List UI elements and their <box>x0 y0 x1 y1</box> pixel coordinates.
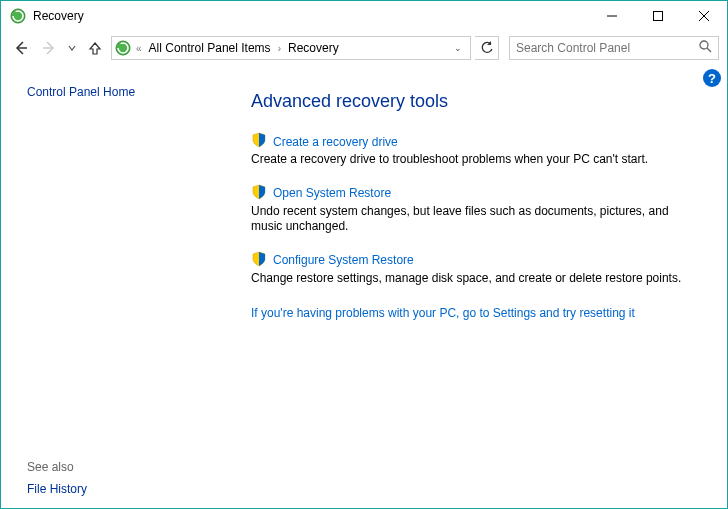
configure-system-restore-link[interactable]: Configure System Restore <box>273 253 414 267</box>
up-button[interactable] <box>83 36 107 60</box>
open-system-restore-link[interactable]: Open System Restore <box>273 186 391 200</box>
address-bar[interactable]: « All Control Panel Items › Recovery ⌄ <box>111 36 471 60</box>
svg-rect-2 <box>654 12 663 21</box>
tool-description: Undo recent system changes, but leave fi… <box>251 204 697 235</box>
file-history-link[interactable]: File History <box>27 482 203 496</box>
shield-icon <box>251 132 267 151</box>
window-controls <box>589 1 727 31</box>
nav-row: « All Control Panel Items › Recovery ⌄ <box>1 31 727 65</box>
page-heading: Advanced recovery tools <box>251 91 697 112</box>
see-also-label: See also <box>27 460 203 474</box>
help-icon[interactable]: ? <box>703 69 721 87</box>
maximize-button[interactable] <box>635 1 681 31</box>
shield-icon <box>251 251 267 270</box>
breadcrumb-overflow-icon[interactable]: « <box>134 43 144 54</box>
address-dropdown-icon[interactable]: ⌄ <box>448 43 468 53</box>
breadcrumb-item[interactable]: All Control Panel Items <box>146 41 274 55</box>
refresh-button[interactable] <box>475 36 499 60</box>
window-title: Recovery <box>33 9 84 23</box>
back-button[interactable] <box>9 36 33 60</box>
content-area: Control Panel Home See also File History… <box>1 65 727 508</box>
sidebar: Control Panel Home See also File History <box>1 65 221 508</box>
svg-point-8 <box>700 41 708 49</box>
recent-locations-dropdown[interactable] <box>65 36 79 60</box>
tool-description: Change restore settings, manage disk spa… <box>251 271 697 287</box>
main-panel: ? Advanced recovery tools Create a recov… <box>221 65 727 508</box>
breadcrumb-item[interactable]: Recovery <box>285 41 342 55</box>
tool-create-recovery-drive: Create a recovery drive Create a recover… <box>251 132 697 168</box>
svg-line-9 <box>707 48 711 52</box>
titlebar: Recovery <box>1 1 727 31</box>
minimize-button[interactable] <box>589 1 635 31</box>
control-panel-icon <box>114 39 132 57</box>
tool-open-system-restore: Open System Restore Undo recent system c… <box>251 184 697 235</box>
search-box[interactable] <box>509 36 719 60</box>
close-button[interactable] <box>681 1 727 31</box>
forward-button[interactable] <box>37 36 61 60</box>
shield-icon <box>251 184 267 203</box>
tool-description: Create a recovery drive to troubleshoot … <box>251 152 697 168</box>
search-input[interactable] <box>516 41 699 55</box>
reset-pc-link[interactable]: If you're having problems with your PC, … <box>251 306 697 320</box>
create-recovery-drive-link[interactable]: Create a recovery drive <box>273 135 398 149</box>
tool-configure-system-restore: Configure System Restore Change restore … <box>251 251 697 287</box>
chevron-right-icon[interactable]: › <box>276 43 283 54</box>
search-icon[interactable] <box>699 40 712 56</box>
control-panel-home-link[interactable]: Control Panel Home <box>27 85 203 99</box>
recovery-app-icon <box>9 7 27 25</box>
